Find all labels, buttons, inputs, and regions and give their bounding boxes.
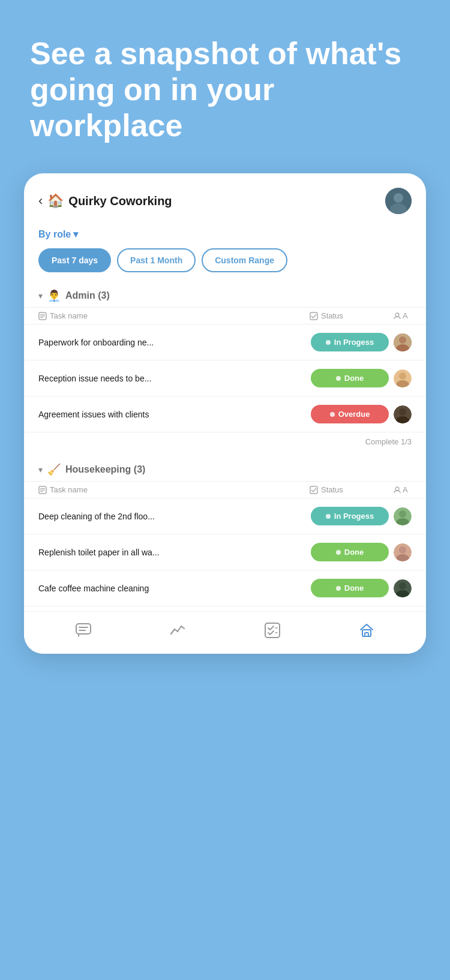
assignee-avatar (394, 405, 412, 423)
housekeeping-th-taskname: Task name (38, 485, 310, 494)
chat-icon (74, 621, 92, 639)
housekeeping-collapse-icon[interactable]: ▾ (38, 465, 43, 474)
housekeeping-section-header: ▾ 🧹 Housekeeping (3) (24, 458, 426, 481)
status-dot (330, 412, 335, 417)
housekeeping-section-title: Housekeeping (3) (65, 464, 145, 475)
status-dot (336, 376, 341, 381)
task-name: Deep cleaning of the 2nd floo... (38, 512, 311, 521)
user-avatar[interactable] (385, 188, 412, 214)
filter-past-7-days[interactable]: Past 7 days (38, 248, 111, 272)
svg-point-13 (399, 372, 406, 380)
status-badge: Done (311, 579, 389, 597)
housekeeping-emoji: 🧹 (47, 463, 61, 476)
status-badge: Done (311, 369, 389, 387)
housekeeping-th-status: Status (310, 485, 394, 494)
status-badge: Overdue (311, 405, 389, 423)
header-left: ‹ 🏠 Quirky Coworking (38, 193, 172, 209)
svg-point-10 (399, 336, 406, 344)
status-badge: In Progess (311, 507, 389, 525)
assignee-avatar (394, 507, 412, 525)
admin-th-taskname: Task name (38, 311, 310, 320)
task-name: Paperwork for onboarding ne... (38, 338, 311, 347)
chart-icon (169, 621, 187, 639)
nav-home[interactable] (358, 621, 376, 639)
admin-section-header: ▾ 👨‍💼 Admin (3) (24, 284, 426, 307)
status-dot (336, 586, 341, 591)
workspace-name: Quirky Coworking (68, 194, 172, 208)
filter-past-1-month[interactable]: Past 1 Month (117, 248, 196, 272)
hero-section: See a snapshot of what's going on in you… (0, 0, 450, 167)
app-header: ‹ 🏠 Quirky Coworking (24, 173, 426, 219)
assignee-avatar (394, 333, 412, 351)
table-row[interactable]: Reception issue needs to be... Done (24, 360, 426, 396)
workspace-emoji: 🏠 (47, 193, 64, 209)
svg-rect-33 (76, 624, 91, 634)
admin-complete-count: Complete 1/3 (24, 432, 426, 451)
time-filter-group: Past 7 days Past 1 Month Custom Range (38, 248, 412, 272)
table-row[interactable]: Replenish toilet paper in all wa... Done (24, 534, 426, 570)
admin-emoji: 👨‍💼 (47, 289, 61, 302)
housekeeping-table-header: Task name Status A (24, 481, 426, 498)
table-row[interactable]: Deep cleaning of the 2nd floo... In Prog… (24, 498, 426, 534)
task-name: Cafe coffee machine cleaning (38, 584, 311, 593)
status-badge: Done (311, 543, 389, 561)
phone-card: ‹ 🏠 Quirky Coworking By role ▾ Past 7 da… (24, 173, 426, 654)
nav-chat[interactable] (74, 621, 92, 639)
svg-rect-36 (265, 623, 280, 638)
svg-point-8 (395, 313, 399, 317)
tasks-icon (263, 621, 281, 639)
nav-tasks[interactable] (263, 621, 281, 639)
bottom-nav (24, 611, 426, 654)
status-dot (326, 514, 331, 519)
svg-point-16 (399, 408, 406, 416)
task-name: Replenish toilet paper in all wa... (38, 548, 311, 557)
table-row[interactable]: Cafe coffee machine cleaning Done (24, 570, 426, 606)
admin-th-status: Status (310, 311, 394, 320)
assignee-avatar (394, 369, 412, 387)
housekeeping-table: Task name Status A Deep cleaning of the … (24, 481, 426, 606)
admin-table-header: Task name Status A (24, 307, 426, 324)
status-badge: In Progess (311, 333, 389, 351)
by-role-button[interactable]: By role ▾ (38, 229, 412, 240)
svg-rect-7 (310, 312, 317, 320)
housekeeping-th-assignee: A (394, 485, 412, 494)
table-row[interactable]: Paperwork for onboarding ne... In Proges… (24, 324, 426, 360)
back-button[interactable]: ‹ (38, 193, 43, 209)
filter-custom-range[interactable]: Custom Range (202, 248, 287, 272)
task-name: Agreement issues with clients (38, 410, 311, 419)
home-icon (358, 621, 376, 639)
svg-point-23 (395, 487, 399, 491)
svg-point-28 (399, 546, 406, 554)
svg-point-31 (399, 582, 406, 590)
assignee-avatar (394, 543, 412, 561)
table-row[interactable]: Agreement issues with clients Overdue (24, 396, 426, 432)
admin-section: ▾ 👨‍💼 Admin (3) Task name Status A (24, 284, 426, 451)
admin-table: Task name Status A Paperwork for onboard… (24, 307, 426, 451)
housekeeping-section: ▾ 🧹 Housekeeping (3) Task name Status A (24, 458, 426, 606)
task-name: Reception issue needs to be... (38, 374, 311, 383)
status-dot (336, 550, 341, 555)
filter-section: By role ▾ Past 7 days Past 1 Month Custo… (24, 219, 426, 277)
admin-th-assignee: A (394, 311, 412, 320)
admin-section-title: Admin (3) (65, 290, 110, 301)
admin-collapse-icon[interactable]: ▾ (38, 291, 43, 300)
chevron-down-icon: ▾ (73, 229, 78, 240)
by-role-label: By role (38, 229, 71, 240)
hero-title: See a snapshot of what's going on in you… (30, 36, 420, 143)
svg-rect-22 (310, 486, 317, 494)
svg-point-25 (399, 510, 406, 518)
status-dot (326, 340, 331, 345)
assignee-avatar (394, 579, 412, 597)
nav-chart[interactable] (169, 621, 187, 639)
svg-point-1 (394, 193, 403, 203)
